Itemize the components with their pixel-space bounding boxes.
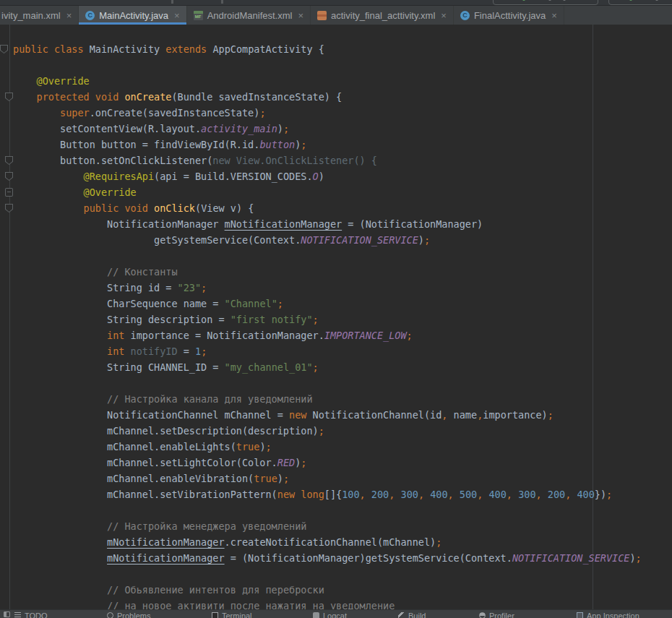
close-icon[interactable]: × xyxy=(298,11,303,20)
code-token: "first notify" xyxy=(231,314,313,325)
code-line[interactable]: CharSequence name = "Channel"; xyxy=(13,296,672,312)
code-line[interactable]: mChannel.setDescription(description); xyxy=(13,423,672,439)
editor-tab-MainActivity.java[interactable]: CMainActivity.java× xyxy=(79,6,186,25)
tab-label: AndroidManifest.xml xyxy=(207,10,293,21)
code-line[interactable]: setContentView(R.layout.activity_main); xyxy=(13,121,672,137)
build-icon xyxy=(398,612,405,618)
code-token: @RequiresApi xyxy=(84,171,155,182)
code-line[interactable] xyxy=(13,502,672,518)
app-inspection-icon xyxy=(577,612,583,618)
code-token: , xyxy=(418,489,430,500)
tool-window-button-problems[interactable]: Problems xyxy=(107,611,150,618)
code-area[interactable]: public class MainActivity extends AppCom… xyxy=(13,41,672,614)
tab-label: FinalActtivity.java xyxy=(474,10,546,21)
close-icon[interactable]: × xyxy=(174,11,180,20)
code-token: RED xyxy=(277,457,295,468)
code-line[interactable]: NotificationChannel mChannel = new Notif… xyxy=(13,407,672,423)
code-token: O xyxy=(313,171,319,182)
code-token: MainActivity xyxy=(90,43,166,55)
code-line[interactable]: public void onClick(View v) { xyxy=(13,200,672,216)
code-line[interactable]: public class MainActivity extends AppCom… xyxy=(13,41,672,57)
code-token: ; xyxy=(436,536,441,548)
tool-window-button-terminal[interactable]: Terminal xyxy=(212,611,252,618)
code-token xyxy=(13,536,107,548)
code-token: 400 xyxy=(577,489,594,500)
tool-window-button-app-inspection[interactable]: App Inspection xyxy=(577,611,639,618)
editor-tab-FinalActtivity.java[interactable]: CFinalActtivity.java× xyxy=(454,6,564,25)
code-token: mNotificationManager xyxy=(225,218,343,230)
fold-closed-icon[interactable] xyxy=(5,188,13,197)
code-token: .createNotificationChannel(mChannel) xyxy=(225,536,436,548)
code-line[interactable]: String CHANNEL_ID = "my_channel_01"; xyxy=(13,359,672,375)
code-token: getSystemService(Context. xyxy=(13,234,301,246)
code-line[interactable] xyxy=(13,57,672,73)
editor-tab-activity_final_acttivity.xml[interactable]: activity_final_acttivity.xml× xyxy=(311,6,454,25)
code-line[interactable]: protected void onCreate(Bundle savedInst… xyxy=(13,89,672,105)
code-line[interactable]: mChannel.setVibrationPattern(new long[]{… xyxy=(13,486,672,502)
code-line[interactable]: mChannel.enableVibration(true); xyxy=(13,471,672,486)
code-line[interactable]: getSystemService(Context.NOTIFICATION_SE… xyxy=(13,232,672,248)
device-selector-widget[interactable] xyxy=(493,0,598,5)
code-line[interactable]: button.setOnClickListener(new View.OnCli… xyxy=(13,153,672,168)
tool-window-layout-icon[interactable] xyxy=(4,611,10,617)
code-line[interactable]: super.onCreate(savedInstanceState); xyxy=(13,105,672,121)
code-line[interactable]: int notifyID = 1; xyxy=(13,343,672,359)
tool-window-label: Problems xyxy=(117,611,150,618)
code-token: notifyID xyxy=(131,346,178,357)
code-token: ; xyxy=(201,346,207,357)
run-widget[interactable] xyxy=(608,0,672,5)
code-line[interactable]: mChannel.setLightColor(Color.RED); xyxy=(13,455,672,471)
code-line[interactable] xyxy=(13,248,672,264)
fold-open-icon[interactable] xyxy=(5,172,13,181)
code-token: ) xyxy=(259,441,265,452)
code-token: Button button = findViewById(R.id. xyxy=(13,139,259,150)
close-icon[interactable]: × xyxy=(551,11,557,20)
fold-open-icon[interactable] xyxy=(5,204,13,213)
code-token xyxy=(124,346,130,357)
code-line[interactable]: mNotificationManager.createNotificationC… xyxy=(13,534,672,550)
code-line[interactable]: String description = "first notify"; xyxy=(13,312,672,327)
code-line[interactable]: int importance = NotificationManager.IMP… xyxy=(13,327,672,343)
code-line[interactable]: @Override xyxy=(13,73,672,89)
code-line[interactable]: mChannel.enableLights(true); xyxy=(13,439,672,455)
code-line[interactable]: @Override xyxy=(13,184,672,200)
code-line[interactable] xyxy=(13,375,672,391)
close-icon[interactable]: × xyxy=(66,11,72,20)
code-line[interactable]: @RequiresApi(api = Build.VERSION_CODES.O… xyxy=(13,168,672,184)
code-line[interactable]: Button button = findViewById(R.id.button… xyxy=(13,137,672,153)
code-line[interactable]: mNotificationManager = (NotificationMana… xyxy=(13,550,672,566)
fold-open-icon[interactable] xyxy=(5,156,13,165)
code-editor[interactable]: public class MainActivity extends AppCom… xyxy=(0,25,672,618)
code-line[interactable]: // Настройка менеджера уведомлений xyxy=(13,518,672,534)
status-dot-icon xyxy=(548,0,551,1)
code-token: ; xyxy=(201,282,207,293)
editor-tab-ivity_main.xml[interactable]: ivity_main.xml× xyxy=(0,6,79,25)
editor-tab-bar: ivity_main.xml×CMainActivity.java×MFAndr… xyxy=(0,6,672,25)
code-token: 300 xyxy=(518,489,535,500)
tool-window-button-profiler[interactable]: Profiler xyxy=(479,611,514,618)
code-token: , xyxy=(360,489,371,500)
code-line[interactable]: String id = "23"; xyxy=(13,280,672,296)
code-token: mChannel.setVibrationPattern( xyxy=(13,489,277,500)
tab-label: ivity_main.xml xyxy=(1,10,61,21)
fold-open-icon[interactable] xyxy=(5,93,13,101)
code-token xyxy=(13,393,107,405)
code-token: extends xyxy=(165,43,212,55)
code-line[interactable]: // Обьявление интентов для переброски xyxy=(13,582,672,598)
tool-window-button-todo[interactable]: TODO xyxy=(14,611,48,618)
java-class-icon: C xyxy=(460,11,470,20)
fold-open-icon[interactable] xyxy=(0,45,8,53)
code-token: NotificationChannel(id xyxy=(306,409,441,421)
code-line[interactable]: // Константы xyxy=(13,264,672,280)
close-icon[interactable]: × xyxy=(441,11,447,20)
tool-window-button-build[interactable]: Build xyxy=(398,611,426,618)
code-token: 1 xyxy=(195,346,201,357)
code-token: ; xyxy=(319,425,324,437)
code-token: "23" xyxy=(178,282,202,293)
editor-tab-AndroidManifest.xml[interactable]: MFAndroidManifest.xml× xyxy=(187,6,311,25)
code-line[interactable] xyxy=(13,566,672,582)
code-token: setContentView(R.layout. xyxy=(13,123,201,134)
code-line[interactable]: // Настройка канала для уведомлений xyxy=(13,391,672,407)
code-line[interactable]: NotificationManager mNotificationManager… xyxy=(13,216,672,232)
tool-window-button-logcat[interactable]: Logcat xyxy=(313,611,347,618)
